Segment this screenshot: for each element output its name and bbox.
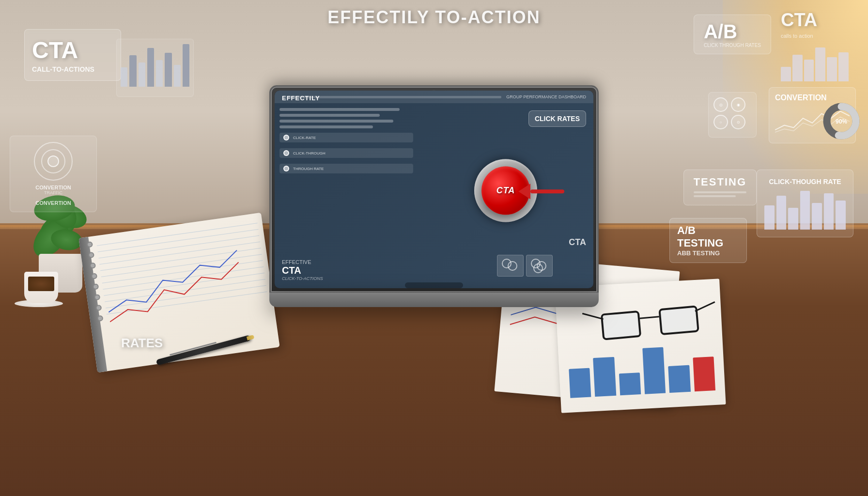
- deco-chart-topleft: [116, 39, 194, 97]
- donut-chart: 90%: [822, 102, 861, 142]
- overlay-right-top: CTA calls to action: [781, 10, 858, 81]
- notebook: [78, 213, 279, 372]
- laptop-screen: EFFECTILY GROUP PERFORMANCE DASHBOARD CL…: [269, 85, 599, 294]
- screen-menu-item-2[interactable]: CLICK-THROUGH: [279, 148, 413, 158]
- screen-left-panel: CLICK-RATE CLICK-THROUGH THROUGH RATE: [275, 103, 418, 284]
- cta-arrow: [519, 184, 564, 199]
- coffee-cup: [24, 272, 58, 303]
- overlay-testing: TESTING: [683, 170, 757, 205]
- overlay-effectily-top: EFFECTILY TO-ACTION: [327, 7, 540, 28]
- overlay-circles: ◎ ◉ ○ ⊙: [708, 92, 757, 138]
- screen-right-panel: CLICK RATES CTA: [418, 103, 593, 284]
- screen-header-text: EFFECTILY: [282, 94, 320, 102]
- overlay-ab-testing: A/B TESTING ABB TESTING: [669, 218, 747, 263]
- overlay-concentric-circles: CONVERTION TRAFFIC CONVERTION: [10, 136, 97, 212]
- svg-text:90%: 90%: [836, 118, 847, 125]
- overlay-rates-text: RATES: [121, 336, 163, 351]
- main-scene: EFFECTILY GROUP PERFORMANCE DASHBOARD CL…: [0, 0, 868, 496]
- overlay-click-though-rate: CLICK-THOUGH RATE: [757, 170, 853, 237]
- screen-thumbnails: [497, 255, 553, 277]
- laptop-base: [269, 293, 599, 307]
- click-rates-badge: CLICK RATES: [528, 110, 586, 127]
- cta-label: CTA: [569, 237, 586, 248]
- screen-nav: GROUP PERFORMANCE DASHBOARD: [506, 94, 586, 99]
- screen-menu-item-3[interactable]: THROUGH RATE: [279, 164, 413, 173]
- overlay-cta-topleft: CTA CALL-TO-ACTIONS: [24, 29, 121, 81]
- notebook-chart: [100, 230, 257, 346]
- effective-cta: EFFECTIVE CTA CLICK-TO-ACTIONS: [282, 259, 323, 281]
- overlay-ab-top: A/B CLICK THROUGH RATES: [694, 15, 771, 54]
- screen-menu-item-1[interactable]: CLICK-RATE: [279, 133, 413, 142]
